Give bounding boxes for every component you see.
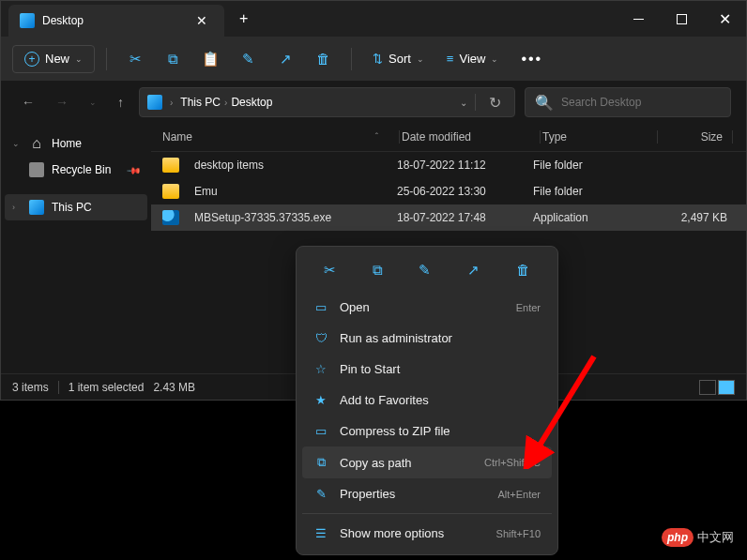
- up-button[interactable]: ↑: [112, 91, 130, 114]
- copy-button[interactable]: ⧉: [365, 258, 390, 282]
- titlebar[interactable]: Desktop ✕ + ✕: [1, 1, 746, 37]
- file-row[interactable]: desktop items 18-07-2022 11:12 File fold…: [151, 152, 746, 178]
- icons-view-button[interactable]: [718, 380, 735, 395]
- file-date: 25-06-2022 13:30: [397, 185, 533, 198]
- file-name: MBSetup-37335.37335.exe: [194, 211, 331, 224]
- file-name: desktop items: [194, 159, 264, 172]
- recent-button[interactable]: ⌄: [84, 94, 102, 111]
- more-button[interactable]: •••: [511, 45, 552, 73]
- folder-icon: [162, 158, 179, 173]
- menu-item-icon: ☆: [313, 362, 328, 376]
- tab-desktop[interactable]: Desktop ✕: [8, 5, 224, 37]
- file-size: 2,497 KB: [646, 211, 735, 224]
- delete-button[interactable]: 🗑: [509, 258, 538, 282]
- search-box[interactable]: 🔍: [525, 87, 731, 117]
- pc-icon: [29, 200, 44, 215]
- search-input[interactable]: [561, 96, 721, 109]
- sidebar-item-this-pc[interactable]: › This PC: [5, 194, 147, 220]
- column-headers: Name ˆ Date modified Type Size: [151, 123, 746, 152]
- breadcrumb-item[interactable]: Desktop: [231, 96, 272, 109]
- details-view-button[interactable]: [699, 380, 716, 395]
- copy-button[interactable]: ⧉: [156, 44, 190, 74]
- menu-item-icon: ✎: [313, 487, 328, 501]
- sidebar-item-home[interactable]: ⌄ Home: [5, 130, 147, 157]
- context-menu: ✂ ⧉ ✎ ↗ 🗑 ▭ Open Enter🛡 Run as administr…: [296, 246, 558, 555]
- maximize-button[interactable]: [660, 1, 703, 37]
- column-header-date[interactable]: Date modified: [402, 130, 538, 144]
- sort-icon: ⇅: [373, 52, 383, 66]
- chevron-right-icon: ›: [170, 98, 173, 108]
- navigation-bar: ← → ⌄ ↑ › This PC › Desktop ⌄ ↻ 🔍: [1, 82, 746, 123]
- context-menu-item[interactable]: 🛡 Run as administrator: [302, 323, 552, 354]
- file-row[interactable]: MBSetup-37335.37335.exe 18-07-2022 17:48…: [151, 204, 746, 231]
- paste-button[interactable]: 📋: [193, 44, 227, 74]
- tab-title: Desktop: [42, 14, 183, 27]
- menu-item-icon: ☰: [313, 526, 328, 540]
- menu-item-icon: ▭: [313, 300, 328, 314]
- navigation-sidebar: ⌄ Home Recycle Bin 📌 › This PC: [1, 123, 151, 373]
- new-button[interactable]: + New ⌄: [12, 45, 95, 73]
- close-tab-button[interactable]: ✕: [191, 11, 213, 30]
- svg-rect-0: [633, 19, 644, 20]
- cut-button[interactable]: ✂: [316, 258, 343, 282]
- column-header-size[interactable]: Size: [660, 130, 730, 144]
- watermark-badge: php: [662, 528, 694, 547]
- file-row[interactable]: Emu 25-06-2022 13:30 File folder: [151, 178, 746, 204]
- share-button[interactable]: ↗: [268, 44, 302, 74]
- context-menu-item[interactable]: ☰ Show more options Shift+F10: [302, 518, 552, 549]
- view-button[interactable]: ≡ View ⌄: [437, 46, 509, 71]
- menu-item-label: Run as administrator: [340, 331, 452, 345]
- location-icon: [147, 95, 162, 110]
- sort-button[interactable]: ⇅ Sort ⌄: [363, 46, 434, 71]
- chevron-down-icon: ⌄: [75, 54, 83, 64]
- file-date: 18-07-2022 11:12: [397, 159, 533, 172]
- refresh-button[interactable]: ↻: [483, 94, 507, 112]
- share-button[interactable]: ↗: [460, 258, 487, 282]
- sort-indicator-icon: ˆ: [375, 132, 378, 143]
- file-name: Emu: [194, 185, 218, 198]
- context-menu-item[interactable]: ⧉ Copy as path Ctrl+Shift+C: [302, 446, 552, 478]
- watermark: php 中文网: [662, 528, 734, 547]
- menu-item-label: Show more options: [340, 526, 444, 540]
- sidebar-label: This PC: [52, 201, 92, 214]
- breadcrumb: This PC › Desktop: [180, 96, 452, 109]
- view-toggles: [699, 380, 735, 395]
- cut-button[interactable]: ✂: [118, 44, 152, 74]
- context-menu-icon-row: ✂ ⧉ ✎ ↗ 🗑: [302, 252, 552, 292]
- column-header-name[interactable]: Name ˆ: [162, 130, 397, 144]
- menu-item-shortcut: Ctrl+Shift+C: [484, 457, 541, 468]
- chevron-down-icon: ⌄: [417, 54, 424, 64]
- address-bar[interactable]: › This PC › Desktop ⌄ ↻: [139, 87, 515, 117]
- menu-item-label: Copy as path: [340, 456, 412, 470]
- watermark-text: 中文网: [697, 529, 734, 546]
- back-button[interactable]: ←: [16, 91, 40, 114]
- view-icon: ≡: [447, 52, 454, 66]
- minimize-button[interactable]: [617, 1, 660, 37]
- menu-item-shortcut: Alt+Enter: [497, 489, 541, 500]
- menu-item-icon: 🛡: [313, 331, 328, 345]
- sidebar-label: Home: [52, 137, 82, 150]
- home-icon: [29, 136, 44, 151]
- column-header-type[interactable]: Type: [542, 130, 655, 144]
- new-tab-button[interactable]: +: [224, 1, 263, 37]
- context-menu-item[interactable]: ▭ Compress to ZIP file: [302, 416, 552, 446]
- close-window-button[interactable]: ✕: [703, 1, 746, 37]
- delete-button[interactable]: 🗑: [306, 44, 340, 74]
- rename-button[interactable]: ✎: [411, 258, 438, 282]
- file-type: File folder: [533, 185, 646, 198]
- forward-button[interactable]: →: [50, 91, 74, 114]
- new-label: New: [45, 52, 69, 66]
- context-menu-item[interactable]: ☆ Pin to Start: [302, 354, 552, 385]
- rename-button[interactable]: ✎: [231, 44, 265, 74]
- file-date: 18-07-2022 17:48: [397, 211, 533, 224]
- menu-item-label: Add to Favorites: [340, 393, 429, 407]
- folder-icon: [162, 184, 179, 199]
- context-menu-item[interactable]: ✎ Properties Alt+Enter: [302, 478, 552, 509]
- plus-icon: +: [24, 52, 39, 67]
- menu-item-shortcut: Enter: [516, 302, 541, 313]
- breadcrumb-item[interactable]: This PC: [180, 96, 221, 109]
- context-menu-item[interactable]: ▭ Open Enter: [302, 292, 552, 323]
- sidebar-item-recycle-bin[interactable]: Recycle Bin 📌: [5, 157, 147, 183]
- context-menu-item[interactable]: ★ Add to Favorites: [302, 385, 552, 416]
- address-dropdown-button[interactable]: ⌄: [460, 98, 467, 108]
